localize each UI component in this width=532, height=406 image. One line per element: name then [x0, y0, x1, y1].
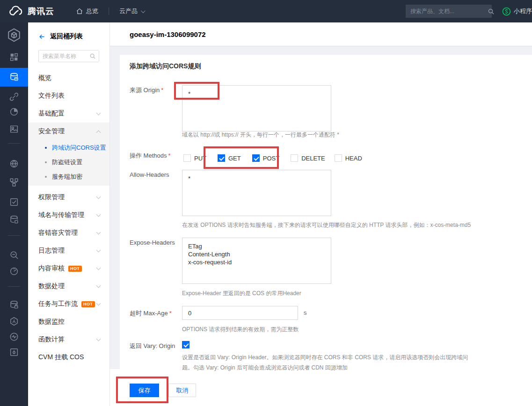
home-icon — [76, 7, 83, 15]
menu-search[interactable] — [38, 50, 99, 62]
nav-overview[interactable]: 总览 — [76, 7, 98, 15]
hexagon-cube-icon[interactable] — [6, 27, 22, 43]
globe-icon[interactable] — [9, 159, 19, 169]
methods-label: 操作 Methods* — [130, 151, 180, 160]
menu-basic-config[interactable]: 基础配置 — [28, 105, 109, 123]
database-badge-icon[interactable] — [9, 215, 19, 225]
bullet-icon — [45, 176, 47, 178]
allow-headers-label: Allow-Headers — [130, 170, 180, 180]
vary-origin-label: 返回 Vary: Origin — [130, 341, 180, 351]
checkbox-icon[interactable] — [218, 154, 225, 162]
chevron-down-icon — [141, 8, 146, 13]
menu-data-monitoring[interactable]: 数据监控 — [28, 313, 109, 331]
menu-hotlink-protection[interactable]: 防盗链设置 — [28, 155, 109, 169]
brand-name: 腾讯云 — [28, 6, 54, 17]
menu-domain-transfer[interactable]: 域名与传输管理 — [28, 206, 109, 224]
search-icon[interactable] — [488, 8, 495, 15]
bucket-title: goeasy-im-1306099072 — [130, 30, 206, 38]
max-age-hint: OPTIONS 请求得到结果的有效期，需为正整数 — [182, 326, 299, 333]
search-icon — [89, 53, 96, 59]
chevron-up-icon — [96, 130, 101, 135]
bucket-sidebar: 返回桶列表 概览 文件列表 基础配置 安全管理 跨域访问CORS设置 防盗链设置… — [28, 22, 110, 406]
method-delete[interactable]: DELETE — [291, 154, 325, 162]
method-post[interactable]: POST — [252, 154, 279, 162]
menu-overview[interactable]: 概览 — [28, 69, 109, 87]
link-icon[interactable] — [9, 92, 19, 102]
nav-overview-label: 总览 — [86, 7, 98, 15]
menu-data-processing[interactable]: 数据处理 — [28, 277, 109, 295]
chevron-down-icon — [96, 301, 101, 306]
menu-function-compute[interactable]: 函数计算 — [28, 331, 109, 348]
menu-server-encryption[interactable]: 服务端加密 — [28, 169, 109, 184]
hot-badge: HOT — [68, 266, 82, 272]
flow-chart-icon[interactable] — [9, 177, 19, 188]
topbar-search[interactable] — [406, 5, 492, 18]
database-lock-icon[interactable] — [9, 300, 19, 310]
back-label: 返回桶列表 — [50, 32, 83, 41]
vary-origin-hint-line1: 设置是否返回 Vary: Origin Header。如果浏览器同时存在 COR… — [182, 354, 468, 361]
checkbox-icon[interactable] — [291, 154, 298, 162]
menu-permissions[interactable]: 权限管理 — [28, 188, 109, 206]
menu-security-section: 安全管理 跨域访问CORS设置 防盗链设置 服务端加密 — [28, 123, 109, 186]
rail-divider — [8, 143, 20, 144]
checkbox-icon[interactable] — [252, 154, 260, 162]
gauge-icon[interactable] — [9, 266, 19, 276]
zoom-search-icon[interactable] — [9, 250, 19, 260]
vary-origin-hint-line2: 题。勾选 Vary: Origin 后可能会造成浏览器访问或者 CDN 回源增加 — [182, 364, 348, 371]
save-button[interactable]: 保存 — [130, 384, 159, 397]
method-put[interactable]: PUT — [183, 154, 206, 162]
allow-headers-textarea[interactable]: * — [182, 170, 331, 216]
expose-headers-hint: Expose-Header 里返回的是 COS 的常用Header — [182, 290, 301, 297]
menu-fault-tolerance[interactable]: 容错容灾管理 — [28, 224, 109, 242]
menu-cors-settings[interactable]: 跨域访问CORS设置 — [28, 140, 109, 155]
menu-security[interactable]: 安全管理 — [28, 123, 109, 140]
chevron-down-icon — [96, 337, 101, 341]
method-get[interactable]: GET — [218, 154, 241, 162]
vary-origin-checkbox[interactable] — [182, 341, 189, 348]
chevron-down-icon — [96, 111, 101, 116]
chevron-down-icon — [96, 248, 101, 253]
pulse-circle-icon[interactable] — [9, 332, 19, 342]
max-age-unit: s — [304, 309, 307, 316]
chevron-down-icon — [96, 266, 101, 270]
grid-icon[interactable] — [9, 52, 19, 62]
checkbox-icon[interactable] — [335, 154, 342, 162]
mini-program-label: 小程序 — [514, 7, 532, 15]
bullet-icon — [45, 161, 47, 163]
checkbox-icon[interactable] — [9, 197, 19, 207]
cors-form-card: 添加跨域访问CORS规则 来源 Origin* * 域名以 http://或 h… — [120, 55, 532, 406]
icon-rail — [0, 22, 28, 406]
origin-label: 来源 Origin* — [130, 86, 180, 95]
chevron-down-icon — [96, 195, 101, 199]
tencent-cloud-brand[interactable]: 腾讯云 — [8, 5, 54, 17]
pie-chart-icon[interactable] — [9, 107, 19, 117]
mini-program-icon — [502, 7, 511, 16]
bullet-icon — [45, 147, 47, 149]
max-age-input[interactable] — [182, 306, 298, 320]
menu-logging[interactable]: 日志管理 — [28, 242, 109, 260]
max-age-label: 超时 Max-Age* — [130, 309, 180, 318]
methods-checkbox-group: PUT GET POST DELETE HEAD — [183, 150, 373, 166]
hot-badge: HOT — [81, 301, 95, 307]
allow-headers-hint: 在发送 OPTIONS 请求时告知服务端，接下来的请求可以使用哪些自定义的 HT… — [182, 222, 471, 229]
hexagon-icon[interactable] — [9, 316, 19, 326]
bucket-menu: 概览 文件列表 基础配置 安全管理 跨域访问CORS设置 防盗链设置 服务端加密… — [28, 69, 109, 366]
menu-content-moderation[interactable]: 内容审核HOT — [28, 260, 109, 277]
menu-tasks-workflow[interactable]: 任务与工作流HOT — [28, 295, 109, 313]
origin-textarea[interactable]: * — [182, 85, 331, 131]
plug-box-icon[interactable] — [9, 347, 19, 357]
mini-program-entry[interactable]: 小程序 — [502, 7, 532, 16]
expose-headers-textarea[interactable]: ETag Content-Length x-cos-request-id — [182, 238, 331, 284]
method-head[interactable]: HEAD — [335, 154, 362, 162]
checkbox-icon[interactable] — [183, 154, 191, 162]
cancel-button[interactable]: 取消 — [168, 384, 196, 397]
image-icon[interactable] — [9, 124, 19, 134]
rail-divider — [8, 286, 20, 287]
main-content: goeasy-im-1306099072 添加跨域访问CORS规则 来源 Ori… — [110, 22, 532, 406]
topbar-search-input[interactable] — [406, 8, 488, 14]
rail-item-cos-active[interactable] — [0, 68, 28, 87]
nav-products[interactable]: 云产品 — [119, 7, 144, 15]
back-to-bucket-list[interactable]: 返回桶列表 — [28, 22, 109, 41]
menu-cvm-mount-cos[interactable]: CVM 挂载 COS — [28, 348, 109, 366]
menu-file-list[interactable]: 文件列表 — [28, 87, 109, 105]
